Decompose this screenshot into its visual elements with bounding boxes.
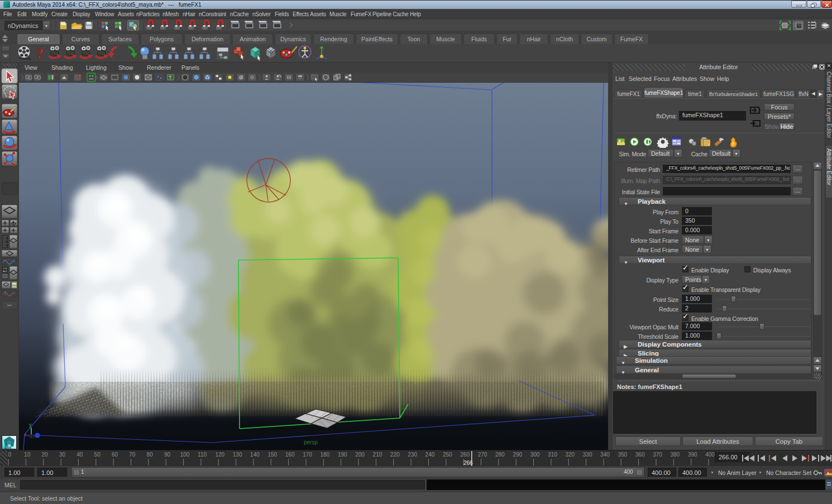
svg-text:x: x <box>24 432 27 438</box>
svg-text:MAYA: MAYA <box>4 447 12 449</box>
svg-text:80: 80 <box>147 452 154 458</box>
svg-text:270: 270 <box>478 452 487 458</box>
svg-text:300: 300 <box>530 452 540 458</box>
svg-text:360: 360 <box>635 452 645 458</box>
svg-text:240: 240 <box>425 452 435 458</box>
svg-text:330: 330 <box>583 452 592 458</box>
svg-text:250: 250 <box>443 452 452 458</box>
svg-text:70: 70 <box>129 452 136 458</box>
svg-text:390: 390 <box>688 452 697 458</box>
svg-text:160: 160 <box>285 452 295 458</box>
svg-text:30: 30 <box>59 452 66 458</box>
svg-text:20: 20 <box>42 452 49 458</box>
svg-text:60: 60 <box>112 452 118 458</box>
svg-text:140: 140 <box>250 452 260 458</box>
svg-text:130: 130 <box>233 452 242 458</box>
svg-text:170: 170 <box>303 452 312 458</box>
svg-text:290: 290 <box>513 452 522 458</box>
svg-text:190: 190 <box>338 452 347 458</box>
svg-text:110: 110 <box>198 452 207 458</box>
svg-text:310: 310 <box>548 452 557 458</box>
svg-text:?: ? <box>36 45 44 61</box>
svg-text:340: 340 <box>600 452 610 458</box>
svg-text:10: 10 <box>24 452 31 458</box>
svg-text:230: 230 <box>408 452 417 458</box>
svg-text:266: 266 <box>463 460 473 466</box>
svg-text:40: 40 <box>76 452 83 458</box>
svg-text:350: 350 <box>618 452 628 458</box>
svg-text:400: 400 <box>705 452 715 458</box>
svg-text:0: 0 <box>8 452 11 458</box>
svg-text:260: 260 <box>460 452 470 458</box>
svg-text:persp: persp <box>304 439 318 445</box>
svg-text:210: 210 <box>373 452 382 458</box>
svg-text:320: 320 <box>565 452 575 458</box>
svg-text:370: 370 <box>653 452 662 458</box>
svg-text:200: 200 <box>355 452 365 458</box>
svg-text:150: 150 <box>267 452 277 458</box>
svg-text:y: y <box>29 422 32 428</box>
svg-text:220: 220 <box>390 452 400 458</box>
svg-text:180: 180 <box>321 452 330 458</box>
svg-text:T: T <box>169 75 172 80</box>
svg-text:100: 100 <box>180 452 190 458</box>
svg-text:50: 50 <box>94 452 101 458</box>
svg-text:380: 380 <box>671 452 680 458</box>
svg-text:120: 120 <box>215 452 224 458</box>
svg-text:280: 280 <box>495 452 505 458</box>
svg-text:90: 90 <box>164 452 171 458</box>
